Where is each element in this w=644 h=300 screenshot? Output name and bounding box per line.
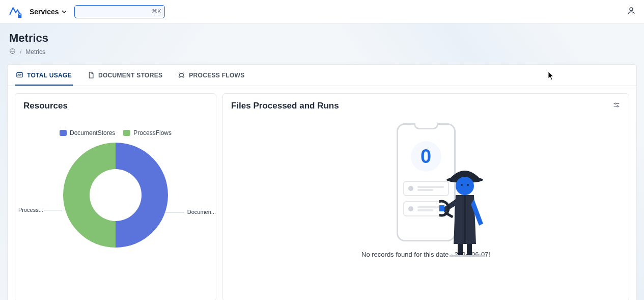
donut-chart <box>23 143 208 248</box>
svg-rect-20 <box>467 244 472 255</box>
svg-rect-1 <box>19 14 21 15</box>
document-icon <box>87 71 95 79</box>
chevron-down-icon <box>61 9 67 15</box>
panels-row: Resources DocumentStores ProcessFlows Pr… <box>8 86 636 300</box>
svg-point-9 <box>615 103 617 104</box>
svg-rect-0 <box>18 13 21 18</box>
svg-point-7 <box>179 76 181 77</box>
svg-rect-17 <box>439 205 444 211</box>
svg-point-2 <box>630 8 633 11</box>
panel-resources-title: Resources <box>23 101 208 111</box>
panel-files-title: Files Processed and Runs <box>231 101 621 111</box>
svg-rect-21 <box>450 255 485 257</box>
legend-process-flows[interactable]: ProcessFlows <box>123 129 172 137</box>
tab-document-stores[interactable]: DOCUMENT STORES <box>86 65 163 86</box>
page-header: Metrics / Metrics <box>0 23 644 61</box>
svg-point-13 <box>461 184 463 186</box>
search-input[interactable]: ⌘K <box>74 5 165 18</box>
svg-point-14 <box>467 184 469 186</box>
svg-point-10 <box>617 105 619 107</box>
panel-resources: Resources DocumentStores ProcessFlows Pr… <box>15 93 216 300</box>
swatch-icon <box>123 130 130 136</box>
services-label: Services <box>30 8 59 16</box>
tab-process-flows[interactable]: PROCESS FLOWS <box>177 65 245 86</box>
tabs: TOTAL USAGE DOCUMENT STORES PROCESS FLOW… <box>8 65 636 86</box>
services-dropdown[interactable]: Services <box>30 8 67 16</box>
slice-leader-line <box>165 212 184 212</box>
topbar: Services ⌘K <box>0 0 644 23</box>
tab-label: TOTAL USAGE <box>27 72 72 79</box>
svg-rect-15 <box>464 195 466 244</box>
slice-leader-line <box>44 210 62 210</box>
tab-total-usage[interactable]: TOTAL USAGE <box>15 65 73 86</box>
search-shortcut-hint: ⌘K <box>152 8 161 15</box>
breadcrumb-separator: / <box>20 48 21 56</box>
panel-files: Files Processed and Runs 0 <box>222 93 629 300</box>
settings-sliders-icon[interactable] <box>612 101 621 111</box>
legend-label: DocumentStores <box>70 129 115 137</box>
empty-state: 0 <box>231 123 621 258</box>
detective-illustration <box>439 155 490 262</box>
breadcrumb-current: Metrics <box>25 48 45 56</box>
user-account-icon[interactable] <box>627 6 636 17</box>
svg-rect-19 <box>458 244 463 255</box>
flow-icon <box>178 71 185 79</box>
chart-line-icon <box>16 71 23 79</box>
slice-label-document-stores: Documen... <box>187 209 216 215</box>
svg-point-12 <box>456 177 474 195</box>
slice-label-process-flows: Process... <box>18 207 43 213</box>
breadcrumb: / Metrics <box>9 48 635 56</box>
tab-label: PROCESS FLOWS <box>189 72 244 79</box>
content-card: TOTAL USAGE DOCUMENT STORES PROCESS FLOW… <box>7 64 637 300</box>
globe-icon[interactable] <box>9 48 16 56</box>
page-title: Metrics <box>9 32 635 45</box>
zero-count: 0 <box>411 141 441 172</box>
legend-label: ProcessFlows <box>133 129 172 137</box>
svg-point-6 <box>183 73 184 74</box>
swatch-icon <box>60 130 67 136</box>
donut-ring[interactable] <box>63 143 168 248</box>
svg-point-5 <box>179 73 181 74</box>
tab-label: DOCUMENT STORES <box>98 72 162 79</box>
legend-document-stores[interactable]: DocumentStores <box>60 129 115 137</box>
chart-legend: DocumentStores ProcessFlows <box>23 129 208 137</box>
app-logo-icon[interactable] <box>8 5 22 19</box>
svg-point-8 <box>183 76 184 77</box>
